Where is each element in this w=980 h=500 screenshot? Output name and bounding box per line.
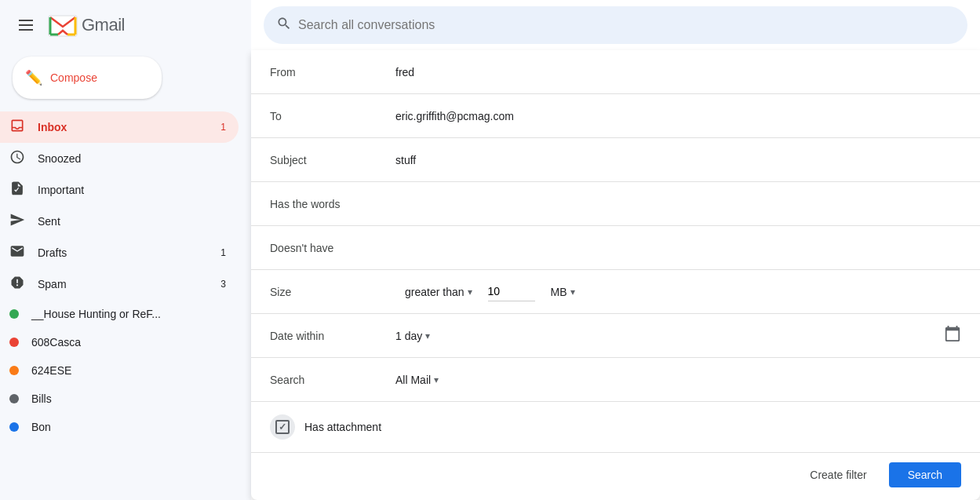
gmail-text: Gmail (82, 15, 125, 35)
snoozed-icon (9, 149, 25, 169)
date-arrow-icon: ▾ (425, 330, 430, 341)
624ese-label: 624ESE (31, 364, 71, 377)
sent-icon (9, 212, 25, 232)
drafts-icon (9, 243, 25, 263)
size-unit-value: MB (551, 286, 567, 298)
search-icon (276, 16, 292, 35)
checkbox-inner: ✓ (275, 420, 290, 434)
important-icon (9, 181, 25, 200)
sidebar-label-house-hunting[interactable]: __House Hunting or ReF... (0, 300, 239, 328)
size-unit-select[interactable]: MB ▾ (551, 283, 575, 301)
to-row: To (251, 94, 980, 138)
search-input[interactable] (298, 18, 955, 32)
608casca-label: 608Casca (31, 336, 81, 349)
action-row: Create filter Search (251, 452, 980, 497)
search-in-arrow-icon: ▾ (434, 374, 439, 385)
hamburger-menu-icon[interactable] (13, 13, 39, 37)
subject-input[interactable] (395, 148, 961, 173)
date-label: Date within (270, 330, 395, 342)
calendar-icon-button[interactable] (944, 325, 961, 346)
doesnt-have-row: Doesn't have (251, 226, 980, 270)
sidebar-label-bills[interactable]: Bills (0, 385, 239, 413)
sidebar-label-bon[interactable]: Bon (0, 413, 239, 441)
size-number-input[interactable] (488, 282, 535, 301)
search-in-value: All Mail (395, 374, 431, 386)
has-attachment-checkbox[interactable]: ✓ (270, 414, 295, 440)
search-button[interactable]: Search (889, 462, 961, 487)
inbox-label: Inbox (38, 121, 208, 133)
sidebar-label-624ese[interactable]: 624ESE (0, 356, 239, 385)
size-operator-value: greater than (405, 286, 464, 298)
search-in-select[interactable]: All Mail ▾ (395, 374, 961, 386)
from-input[interactable] (395, 60, 961, 85)
bills-label: Bills (31, 392, 52, 405)
size-row: Size greater than ▾ MB ▾ (251, 270, 980, 314)
size-label: Size (270, 286, 395, 298)
sidebar-item-important[interactable]: Important (0, 174, 239, 206)
sidebar-item-snoozed[interactable]: Snoozed (0, 143, 239, 174)
create-filter-button[interactable]: Create filter (797, 462, 879, 487)
search-bar (264, 6, 967, 44)
spam-label: Spam (38, 278, 208, 290)
sidebar-item-drafts[interactable]: Drafts 1 (0, 237, 239, 268)
bon-label: Bon (31, 421, 51, 433)
from-row: From (251, 50, 980, 94)
search-in-label: Search (270, 374, 395, 386)
drafts-label: Drafts (38, 246, 208, 259)
sent-label: Sent (38, 215, 226, 228)
drafts-badge: 1 (220, 247, 226, 258)
compose-button[interactable]: ✏️ Compose (13, 57, 162, 99)
sidebar-header: Gmail (0, 0, 251, 50)
compose-pencil-icon: ✏️ (25, 69, 42, 86)
advanced-search-panel: From To Subject Has the words Doesn't ha… (251, 50, 980, 500)
has-words-input[interactable] (395, 192, 961, 217)
inbox-icon (9, 118, 25, 137)
gmail-logo: Gmail (47, 9, 125, 41)
spam-badge: 3 (220, 279, 226, 290)
important-label: Important (38, 184, 226, 196)
size-unit-arrow-icon: ▾ (570, 286, 575, 297)
house-hunting-label: __House Hunting or ReF... (31, 308, 161, 320)
sidebar-label-608casca[interactable]: 608Casca (0, 328, 239, 356)
sidebar-item-spam[interactable]: Spam 3 (0, 268, 239, 300)
size-operator-arrow-icon: ▾ (468, 286, 472, 297)
doesnt-have-label: Doesn't have (270, 242, 395, 254)
house-hunting-dot (9, 309, 19, 319)
inbox-badge: 1 (220, 122, 226, 133)
has-words-label: Has the words (270, 198, 395, 210)
date-row: Date within 1 day ▾ (251, 314, 980, 358)
subject-row: Subject (251, 138, 980, 182)
to-label: To (270, 110, 395, 122)
subject-label: Subject (270, 154, 395, 166)
date-select[interactable]: 1 day ▾ (395, 330, 944, 342)
attachment-row: ✓ Has attachment (251, 402, 980, 452)
search-in-row: Search All Mail ▾ (251, 358, 980, 402)
sidebar-item-inbox[interactable]: Inbox 1 (0, 111, 239, 143)
snoozed-label: Snoozed (38, 152, 226, 165)
from-label: From (270, 66, 395, 78)
gmail-m-icon (47, 9, 78, 41)
doesnt-have-input[interactable] (395, 235, 961, 261)
size-operator-select[interactable]: greater than ▾ (405, 283, 472, 301)
bills-dot (9, 394, 19, 403)
624ese-dot (9, 366, 19, 375)
has-attachment-label: Has attachment (304, 421, 381, 433)
608casca-dot (9, 338, 19, 347)
checkbox-check-icon: ✓ (279, 422, 286, 432)
main-content: From To Subject Has the words Doesn't ha… (251, 0, 980, 500)
date-value: 1 day (395, 330, 422, 342)
bon-dot (9, 422, 19, 432)
spam-icon (9, 275, 25, 294)
compose-label: Compose (50, 71, 97, 84)
sidebar: Gmail ✏️ Compose Inbox 1 Snoozed Importa… (0, 0, 251, 500)
has-words-row: Has the words (251, 182, 980, 226)
sidebar-item-sent[interactable]: Sent (0, 206, 239, 237)
to-input[interactable] (395, 104, 961, 129)
